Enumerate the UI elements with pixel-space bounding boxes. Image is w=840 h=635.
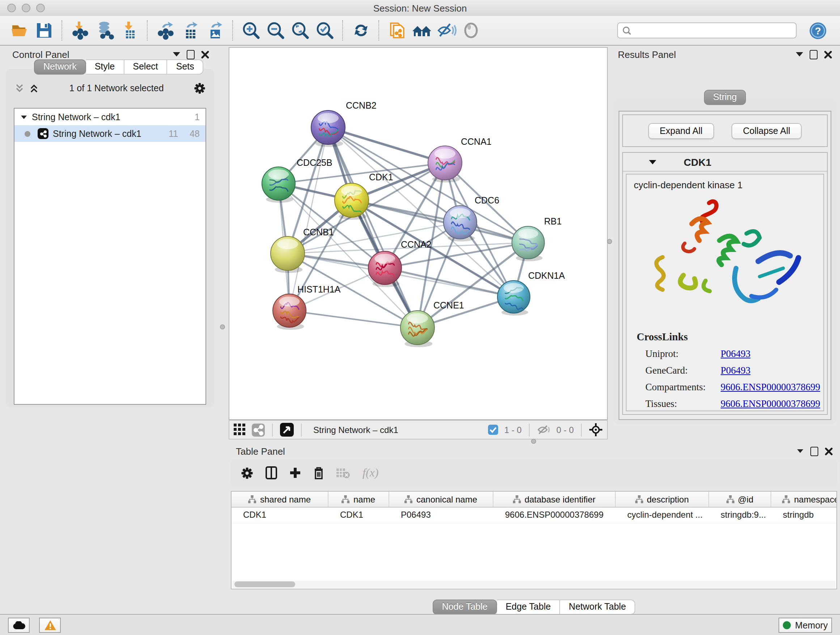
- network-view-canvas[interactable]: CCNB2CCNA1CDC25BCDK1CDC6RB1CCNB1CCNA2CDK…: [229, 47, 608, 420]
- new-network-icon[interactable]: [155, 19, 177, 41]
- expand-all-button[interactable]: Expand All: [648, 123, 714, 139]
- left-splitter-handle[interactable]: [220, 325, 225, 329]
- column-header-shared-name[interactable]: shared name: [232, 492, 328, 507]
- delete-table-icon[interactable]: [336, 467, 350, 478]
- warning-status-button[interactable]: [39, 618, 61, 633]
- zoom-fit-icon[interactable]: [289, 19, 311, 41]
- network-options-gear-icon[interactable]: [194, 82, 205, 94]
- show-columns-icon[interactable]: [265, 466, 277, 479]
- bottom-splitter-handle[interactable]: [531, 439, 536, 444]
- cell--id[interactable]: stringdb:9...: [709, 508, 771, 523]
- expand-all-icon[interactable]: [29, 83, 39, 93]
- tab-style[interactable]: Style: [86, 59, 125, 74]
- collapse-all-icon[interactable]: [14, 83, 25, 93]
- search-field-wrap: [617, 22, 797, 38]
- node-table[interactable]: shared namenamecanonical namedatabase id…: [231, 491, 837, 589]
- cell-description[interactable]: cyclin-dependent ...: [616, 508, 709, 523]
- crosslink-uniprot[interactable]: P06493: [721, 348, 751, 360]
- collapse-all-button[interactable]: Collapse All: [731, 123, 802, 139]
- grid-view-icon[interactable]: [234, 424, 246, 436]
- add-column-icon[interactable]: [289, 467, 301, 478]
- tab-select[interactable]: Select: [124, 59, 167, 74]
- maximize-panel-icon[interactable]: [810, 50, 818, 59]
- cell-name[interactable]: CDK1: [328, 508, 389, 523]
- cell-database-identifier[interactable]: 9606.ENSP00000378699: [493, 508, 616, 523]
- cell-namespace[interactable]: stringdb: [771, 508, 837, 523]
- home-icon[interactable]: [411, 19, 433, 41]
- network-node-CDK1[interactable]: CDK1: [335, 172, 393, 220]
- zoom-out-icon[interactable]: [265, 19, 286, 41]
- gene-entry-header[interactable]: CDK1: [623, 153, 827, 172]
- column-header-name[interactable]: name: [328, 492, 389, 507]
- zoom-in-icon[interactable]: [240, 19, 262, 41]
- network-node-CDC25B[interactable]: CDC25B: [262, 157, 332, 203]
- zoom-selected-icon[interactable]: [314, 19, 336, 41]
- maximize-panel-icon[interactable]: [187, 50, 195, 59]
- network-collection-row[interactable]: String Network – cdk1 1: [14, 109, 205, 125]
- network-icon: [38, 128, 49, 139]
- column-header-database-identifier[interactable]: database identifier: [493, 492, 616, 507]
- hide-panels-icon[interactable]: [436, 19, 457, 41]
- new-table-icon[interactable]: [180, 19, 201, 41]
- selected-nodes-checkbox[interactable]: [488, 424, 499, 435]
- float-panel-icon[interactable]: [173, 52, 180, 57]
- close-panel-icon[interactable]: [825, 447, 833, 455]
- collapse-entry-icon[interactable]: [649, 160, 656, 164]
- collection-expander-icon[interactable]: [21, 115, 27, 119]
- network-node-CDKN1A[interactable]: CDKN1A: [497, 271, 565, 316]
- footer-separator: [529, 423, 530, 436]
- crosslink-compartments[interactable]: 9606.ENSP00000378699: [721, 382, 820, 393]
- scrollbar-thumb[interactable]: [234, 581, 295, 587]
- table-options-gear-icon[interactable]: [241, 467, 253, 479]
- help-icon[interactable]: ?: [807, 19, 829, 41]
- search-input[interactable]: [617, 22, 797, 38]
- crosslink-tissues[interactable]: 9606.ENSP00000378699: [721, 398, 820, 410]
- close-panel-icon[interactable]: [201, 50, 209, 58]
- tab-string[interactable]: String: [704, 90, 746, 105]
- cloud-status-button[interactable]: [8, 618, 30, 633]
- memory-button[interactable]: Memory: [778, 618, 832, 633]
- crosslink-genecard[interactable]: P06493: [721, 365, 751, 377]
- session-snapshot-icon[interactable]: [386, 19, 408, 41]
- network-node-HIST1H1A[interactable]: HIST1H1A: [273, 284, 341, 330]
- tab-edge-table[interactable]: Edge Table: [497, 600, 561, 615]
- network-node-CCNA1[interactable]: CCNA1: [428, 136, 492, 182]
- toolbar-separator: [62, 20, 63, 41]
- fit-selected-icon[interactable]: [589, 423, 603, 437]
- import-database-icon[interactable]: [94, 19, 116, 41]
- tab-node-table[interactable]: Node Table: [433, 600, 497, 615]
- function-builder-icon[interactable]: f(x): [363, 466, 378, 479]
- export-image-icon[interactable]: [204, 19, 226, 41]
- maximize-panel-icon[interactable]: [810, 447, 818, 456]
- import-table-icon[interactable]: [118, 19, 141, 41]
- table-hscrollbar[interactable]: [232, 581, 836, 588]
- right-splitter-handle[interactable]: [607, 239, 612, 244]
- hidden-elements-icon[interactable]: [537, 424, 551, 435]
- column-header-canonical-name[interactable]: canonical name: [389, 492, 493, 507]
- save-session-icon[interactable]: [33, 19, 55, 41]
- tab-sets[interactable]: Sets: [167, 59, 204, 74]
- table-row[interactable]: CDK1CDK1P064939606.ENSP00000378699cyclin…: [232, 508, 836, 524]
- birdseye-view-icon[interactable]: [280, 423, 294, 437]
- network-row-selected[interactable]: String Network – cdk1 11 48: [14, 125, 205, 142]
- delete-column-icon[interactable]: [313, 466, 324, 479]
- float-panel-icon[interactable]: [796, 52, 803, 57]
- refresh-layout-icon[interactable]: [350, 19, 372, 41]
- network-status-dot: [25, 131, 30, 136]
- network-node-RB1[interactable]: RB1: [512, 216, 562, 261]
- network-node-CCNE1[interactable]: CCNE1: [401, 300, 464, 347]
- column-header-namespace[interactable]: namespace: [771, 492, 837, 507]
- tab-network[interactable]: Network: [34, 59, 86, 74]
- cell-shared-name[interactable]: CDK1: [232, 508, 328, 523]
- tab-network-table[interactable]: Network Table: [560, 600, 635, 615]
- close-panel-icon[interactable]: [824, 50, 832, 58]
- network-badge-icon[interactable]: [252, 423, 265, 436]
- cell-canonical-name[interactable]: P06493: [389, 508, 493, 523]
- presentation-mode-icon[interactable]: [460, 19, 482, 41]
- node-count: 11: [169, 128, 178, 139]
- column-header--id[interactable]: @id: [709, 492, 771, 507]
- column-header-description[interactable]: description: [616, 492, 709, 507]
- float-panel-icon[interactable]: [797, 449, 804, 453]
- open-session-icon[interactable]: [9, 19, 30, 41]
- import-network-icon[interactable]: [69, 19, 91, 41]
